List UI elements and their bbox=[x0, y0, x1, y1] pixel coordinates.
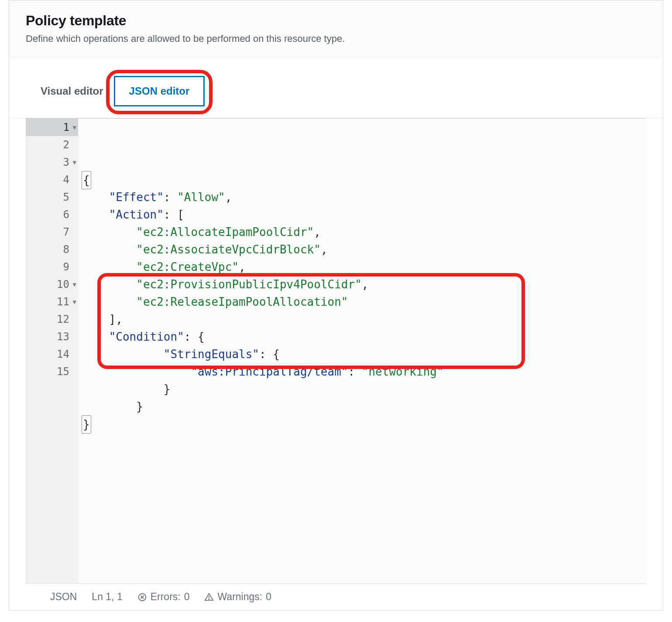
tab-visual-editor[interactable]: Visual editor bbox=[41, 85, 103, 97]
json-code-editor[interactable]: 1▼23▼45678910▼11▼12131415 { "Effect": "A… bbox=[26, 119, 646, 583]
code-line[interactable]: } bbox=[82, 415, 646, 433]
gutter-line: 6 bbox=[26, 206, 78, 223]
gutter-line: 9 bbox=[26, 258, 78, 276]
gutter-line: 7 bbox=[26, 223, 78, 241]
gutter-line: 1▼ bbox=[26, 119, 78, 136]
warning-icon bbox=[204, 592, 214, 602]
code-line[interactable]: "aws:PrincipalTag/team": "networking" bbox=[82, 363, 646, 380]
gutter-line: 4 bbox=[26, 171, 78, 188]
code-line[interactable]: "Condition": { bbox=[82, 328, 646, 345]
gutter-line: 11▼ bbox=[26, 293, 78, 311]
panel-header: Policy template Define which operations … bbox=[9, 0, 663, 58]
code-line[interactable]: { bbox=[82, 171, 646, 188]
gutter-line: 10▼ bbox=[26, 276, 78, 293]
code-line[interactable]: } bbox=[82, 380, 646, 398]
fold-marker-icon[interactable]: ▼ bbox=[73, 154, 76, 171]
gutter-line: 14 bbox=[26, 345, 78, 363]
code-line[interactable]: "ec2:ProvisionPublicIpv4PoolCidr", bbox=[82, 276, 646, 293]
gutter-line: 3▼ bbox=[26, 154, 78, 171]
gutter-line: 2 bbox=[26, 136, 78, 154]
fold-marker-icon[interactable]: ▼ bbox=[73, 276, 76, 293]
gutter-line: 5 bbox=[26, 188, 78, 206]
code-line[interactable]: "ec2:ReleaseIpamPoolAllocation" bbox=[82, 293, 646, 311]
fold-marker-icon[interactable]: ▼ bbox=[73, 293, 76, 311]
editor-tabs: Visual editor JSON editor bbox=[9, 58, 663, 118]
code-line[interactable]: "ec2:CreateVpc", bbox=[82, 258, 646, 276]
status-cursor-position: Ln 1, 1 bbox=[92, 591, 122, 603]
status-errors: Errors: 0 bbox=[137, 591, 190, 603]
editor-statusbar: JSON Ln 1, 1 Errors: 0 bbox=[26, 583, 646, 610]
code-line[interactable]: "ec2:AssociateVpcCidrBlock", bbox=[82, 241, 646, 258]
status-errors-count: 0 bbox=[184, 591, 190, 603]
code-line[interactable]: "Effect": "Allow", bbox=[82, 188, 646, 206]
policy-template-panel: Policy template Define which operations … bbox=[9, 0, 663, 611]
code-line[interactable]: ], bbox=[82, 311, 646, 328]
code-line[interactable]: "ec2:AllocateIpamPoolCidr", bbox=[82, 223, 646, 241]
gutter-line: 8 bbox=[26, 241, 78, 258]
status-errors-label: Errors: bbox=[151, 591, 181, 603]
error-icon bbox=[137, 592, 147, 602]
editor-gutter: 1▼23▼45678910▼11▼12131415 bbox=[26, 119, 78, 583]
status-warnings: Warnings: 0 bbox=[204, 591, 271, 603]
fold-marker-icon[interactable]: ▼ bbox=[73, 119, 76, 136]
page-subtitle: Define which operations are allowed to b… bbox=[26, 33, 646, 44]
svg-point-4 bbox=[209, 598, 209, 599]
status-warnings-count: 0 bbox=[266, 591, 271, 603]
tab-json-editor[interactable]: JSON editor bbox=[114, 76, 205, 106]
gutter-line: 15 bbox=[26, 363, 78, 380]
status-mode: JSON bbox=[50, 591, 77, 603]
gutter-line: 12 bbox=[26, 311, 78, 328]
gutter-line: 13 bbox=[26, 328, 78, 345]
status-warnings-label: Warnings: bbox=[217, 591, 262, 603]
code-line[interactable]: "StringEquals": { bbox=[82, 345, 646, 363]
editor-code-area[interactable]: { "Effect": "Allow", "Action": [ "ec2:Al… bbox=[78, 119, 646, 583]
page-title: Policy template bbox=[26, 13, 646, 29]
code-line[interactable]: "Action": [ bbox=[82, 206, 646, 223]
code-line[interactable]: } bbox=[82, 398, 646, 415]
